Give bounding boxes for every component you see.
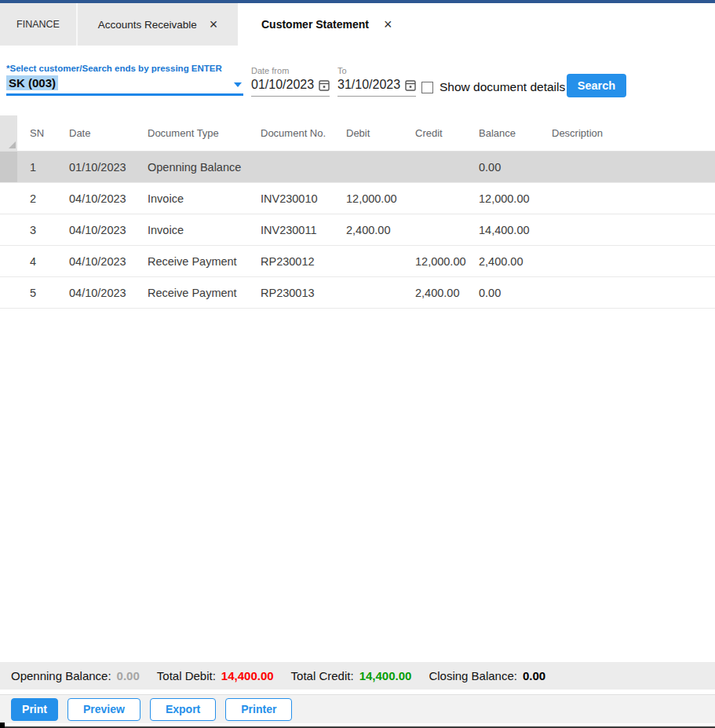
column-header-sn[interactable]: SN <box>17 115 57 151</box>
table-row[interactable]: 204/10/2023InvoiceINV23001012,000.0012,0… <box>0 183 715 214</box>
tab-finance[interactable]: FINANCE <box>0 3 76 46</box>
cell-debit <box>331 246 400 276</box>
cell-sn: 2 <box>17 183 57 214</box>
total-credit-summary: Total Credit:14,400.00 <box>291 669 412 682</box>
calendar-icon[interactable] <box>319 79 330 91</box>
total-debit-summary: Total Debit:14,400.00 <box>157 669 274 682</box>
date-to-value[interactable]: 31/10/2023 <box>337 78 400 92</box>
close-icon[interactable]: × <box>384 17 392 31</box>
row-gutter[interactable] <box>0 214 17 245</box>
print-button[interactable]: Print <box>11 698 58 721</box>
customer-search-combobox[interactable]: *Select customer/Search ends by pressing… <box>6 64 243 96</box>
date-from-field[interactable]: Date from 01/10/2023 <box>251 66 330 97</box>
cell-date: 04/10/2023 <box>57 214 133 245</box>
column-header-description[interactable]: Description <box>542 115 715 151</box>
select-all-corner[interactable] <box>0 115 17 151</box>
show-document-details-label: Show document details <box>440 80 565 94</box>
cell-sn: 5 <box>17 277 57 308</box>
cell-description <box>542 183 715 214</box>
column-header-document-no[interactable]: Document No. <box>246 115 331 151</box>
cell-credit <box>400 152 469 182</box>
tab-finance-label: FINANCE <box>16 19 60 30</box>
tab-accounts-receivable-label: Accounts Receivable <box>98 19 197 31</box>
cell-type: Openning Balance <box>133 152 246 182</box>
opening-balance-summary: Openning Balance:0.00 <box>11 669 140 682</box>
row-gutter[interactable] <box>0 183 17 214</box>
cell-balance: 2,400.00 <box>469 246 542 276</box>
tab-customer-statement-label: Customer Statement <box>261 18 369 31</box>
cell-balance: 0.00 <box>469 152 542 182</box>
table-row[interactable]: 304/10/2023InvoiceINV2300112,400.0014,40… <box>0 214 715 246</box>
cell-type: Invoice <box>133 214 246 245</box>
cell-sn: 1 <box>17 152 57 182</box>
date-to-field[interactable]: To 31/10/2023 <box>337 66 416 97</box>
cell-type: Receive Payment <box>133 277 246 308</box>
export-button[interactable]: Export <box>150 698 216 721</box>
cell-description <box>542 214 715 245</box>
column-header-debit[interactable]: Debit <box>331 115 400 151</box>
cell-type: Receive Payment <box>133 246 246 276</box>
cell-sn: 3 <box>17 214 57 245</box>
row-gutter[interactable] <box>0 277 17 308</box>
tab-accounts-receivable[interactable]: Accounts Receivable × <box>76 3 238 46</box>
show-document-details-option: Show document details <box>421 80 565 94</box>
printer-button[interactable]: Printer <box>225 698 292 721</box>
totals-bar: Openning Balance:0.00 Total Debit:14,400… <box>0 662 715 690</box>
closing-balance-value: 0.00 <box>523 669 545 682</box>
cell-credit <box>400 183 469 214</box>
calendar-icon[interactable] <box>405 79 416 91</box>
customer-search-input[interactable]: SK (003) <box>6 76 243 92</box>
customer-search-value: SK (003) <box>6 75 58 90</box>
window-resize-corner <box>0 723 5 728</box>
cell-debit <box>331 277 400 308</box>
statement-grid: SN Date Document Type Document No. Debit… <box>0 115 715 309</box>
customer-search-label: *Select customer/Search ends by pressing… <box>6 64 243 73</box>
search-button[interactable]: Search <box>567 74 626 97</box>
cell-date: 04/10/2023 <box>57 246 133 276</box>
cell-debit <box>331 152 400 182</box>
table-row[interactable]: 504/10/2023Receive PaymentRP2300132,400.… <box>0 277 715 309</box>
row-gutter[interactable] <box>0 152 17 182</box>
cell-balance: 14,400.00 <box>469 214 542 245</box>
cell-doc_no: RP230013 <box>246 277 331 308</box>
total-debit-value: 14,400.00 <box>221 669 274 682</box>
cell-balance: 0.00 <box>469 277 542 308</box>
column-header-credit[interactable]: Credit <box>400 115 469 151</box>
table-header-row: SN Date Document Type Document No. Debit… <box>0 115 715 152</box>
opening-balance-value: 0.00 <box>117 669 140 682</box>
close-icon[interactable]: × <box>210 17 218 31</box>
cell-debit: 2,400.00 <box>331 214 400 245</box>
cell-doc_no: INV230011 <box>246 214 331 245</box>
total-credit-value: 14,400.00 <box>359 669 412 682</box>
date-to-label: To <box>337 66 416 75</box>
opening-balance-label: Openning Balance: <box>11 669 111 682</box>
cell-description <box>542 152 715 182</box>
column-header-balance[interactable]: Balance <box>469 115 542 151</box>
table-row[interactable]: 404/10/2023Receive PaymentRP23001212,000… <box>0 246 715 277</box>
table-row[interactable]: 101/10/2023Openning Balance0.00 <box>0 152 715 183</box>
corner-triangle-icon <box>9 141 16 148</box>
row-gutter[interactable] <box>0 246 17 276</box>
cell-date: 04/10/2023 <box>57 277 133 308</box>
show-document-details-checkbox[interactable] <box>421 82 433 93</box>
closing-balance-label: Closing Balance: <box>429 669 517 682</box>
cell-balance: 12,000.00 <box>469 183 542 214</box>
closing-balance-summary: Closing Balance:0.00 <box>429 669 545 682</box>
preview-button[interactable]: Preview <box>67 698 140 721</box>
table-body: 101/10/2023Openning Balance0.00204/10/20… <box>0 152 715 309</box>
column-header-date[interactable]: Date <box>57 115 133 151</box>
tab-customer-statement[interactable]: Customer Statement × <box>238 3 392 46</box>
cell-type: Invoice <box>133 183 246 214</box>
inactive-tab-group: FINANCE Accounts Receivable × <box>0 3 238 46</box>
cell-sn: 4 <box>17 246 57 276</box>
date-from-value[interactable]: 01/10/2023 <box>251 78 314 92</box>
cell-description <box>542 277 715 308</box>
tab-bar: FINANCE Accounts Receivable × Customer S… <box>0 3 715 46</box>
column-header-document-type[interactable]: Document Type <box>133 115 246 151</box>
chevron-down-icon[interactable] <box>234 82 242 87</box>
action-button-bar: Print Preview Export Printer <box>0 694 715 723</box>
cell-debit: 12,000.00 <box>331 183 400 214</box>
total-debit-label: Total Debit: <box>157 669 216 682</box>
date-from-label: Date from <box>251 66 330 75</box>
cell-doc_no: RP230012 <box>246 246 331 276</box>
